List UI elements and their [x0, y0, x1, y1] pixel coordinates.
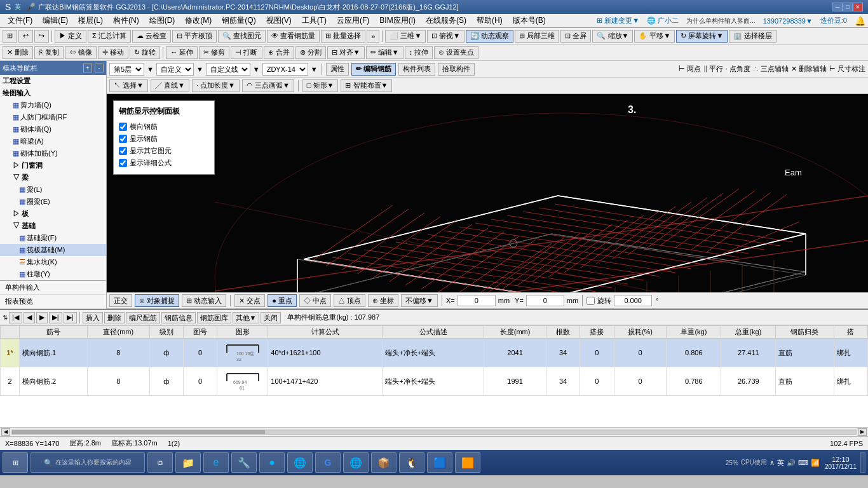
clock-display[interactable]: 12:10 2017/12/11 — [825, 456, 857, 470]
sidebar-item-sump[interactable]: ☰ 集水坑(K) — [0, 256, 106, 268]
batch-select-btn[interactable]: ⊞ 批量选择 — [321, 30, 365, 43]
more-btn[interactable]: » — [367, 30, 379, 43]
property-btn[interactable]: 属性 — [326, 63, 349, 76]
x-input[interactable] — [458, 295, 496, 306]
network-icon[interactable]: 📶 — [811, 459, 820, 467]
sidebar-item-ring-beam[interactable]: ▦ 圈梁(E) — [0, 196, 106, 208]
new-change-btn[interactable]: ⊞ 新建变更▼ — [597, 16, 639, 25]
set-grip-btn[interactable]: ⊙ 设置夹点 — [434, 46, 478, 59]
top-view-btn[interactable]: ⊡ 俯视▼ — [427, 30, 465, 43]
taskbar-box-btn[interactable]: 📦 — [371, 452, 397, 473]
nav-last-btn[interactable]: ▶| — [49, 312, 62, 323]
show-desktop-btn[interactable] — [860, 452, 865, 473]
line-tool-btn[interactable]: ╱ 直线▼ — [151, 79, 189, 92]
menu-modify[interactable]: 修改(M) — [180, 14, 217, 27]
local-3d-btn[interactable]: ⊞ 局部三维 — [515, 30, 559, 43]
copy-btn[interactable]: ⎘ 复制 — [34, 46, 64, 59]
sidebar-item-draw-input[interactable]: 绘图输入 — [0, 87, 106, 99]
start-button[interactable]: ⊞ — [3, 452, 28, 473]
scroll-right-btn[interactable]: ▶ — [858, 428, 867, 436]
pan-btn[interactable]: ✋ 平移▼ — [634, 30, 675, 43]
stretch-btn[interactable]: ↕ 拉伸 — [405, 46, 433, 59]
menu-online[interactable]: 在线服务(S) — [421, 14, 471, 27]
type-select[interactable]: 自定义 — [156, 63, 194, 76]
sidebar-add-btn[interactable]: + — [83, 64, 92, 72]
y-input[interactable] — [526, 295, 564, 306]
orthogonal-btn[interactable]: 正交 — [109, 294, 132, 307]
mirror-btn[interactable]: ⇔ 镜像 — [65, 46, 97, 59]
single-component-btn[interactable]: 单构件输入 — [0, 281, 106, 295]
menu-draw[interactable]: 绘图(D) — [144, 14, 180, 27]
select-floor-btn[interactable]: 🏢 选择楼层 — [729, 30, 776, 43]
floor-select[interactable]: 第5层 第1层 第2层 — [109, 63, 144, 76]
dimension-label-btn[interactable]: ⊢ 尺寸标注 — [829, 64, 865, 74]
intersection-btn[interactable]: ✕ 交点 — [234, 294, 265, 307]
volume-icon[interactable]: 🔊 — [787, 459, 796, 467]
new-btn[interactable]: ⊞ — [3, 30, 17, 43]
parallel-btn[interactable]: ∥ 平行 — [703, 64, 723, 74]
smart-layout-btn[interactable]: ⊞ 智能布置▼ — [341, 79, 392, 92]
menu-edit[interactable]: 编辑(E) — [37, 14, 73, 27]
sidebar-item-masonry-rebar[interactable]: ▦ 砌体加筋(Y) — [0, 147, 106, 159]
rebar-info-btn[interactable]: 钢筋信息 — [161, 312, 196, 323]
three-point-axis-btn[interactable]: ∴ 三点辅轴 — [753, 64, 789, 74]
notification-icon[interactable]: 🔔 — [855, 16, 865, 26]
restore-button[interactable]: □ — [843, 3, 853, 11]
table-scrollbar[interactable]: ◀ ▶ — [0, 427, 868, 436]
taskbar-blue-app-btn[interactable]: 🟦 — [427, 452, 452, 473]
cloud-check-btn[interactable]: ☁ 云检查 — [132, 30, 171, 43]
sidebar-item-civil-defense-wall[interactable]: ▦ 人防门框墙(RF — [0, 111, 106, 123]
align-slab-btn[interactable]: ⊟ 平齐板顶 — [172, 30, 217, 43]
coord-btn[interactable]: ⊕ 坐标 — [368, 294, 398, 307]
resize-handle[interactable]: ⇅ — [3, 314, 8, 321]
line-select[interactable]: 自定义线 — [206, 63, 250, 76]
fullscreen-btn[interactable]: ⊡ 全屏 — [560, 30, 591, 43]
menu-rebar-qty[interactable]: 钢筋量(Q) — [217, 14, 261, 27]
edit-btn[interactable]: ✏ 编辑▼ — [366, 46, 403, 59]
dynamic-observe-btn[interactable]: 🔄 动态观察 — [466, 30, 513, 43]
dynamic-input-btn[interactable]: ⊞ 动态输入 — [182, 294, 226, 307]
menu-version[interactable]: 版本号(B) — [508, 14, 551, 27]
other-btn[interactable]: 其他▼ — [233, 312, 260, 323]
nav-prev-btn[interactable]: ◀ — [24, 312, 35, 323]
taskbar-orange-btn[interactable]: 🟧 — [455, 452, 480, 473]
taskbar-edge-btn[interactable]: e — [203, 452, 229, 473]
sidebar-item-masonry-wall[interactable]: ▦ 砌体墙(Q) — [0, 123, 106, 135]
rect-btn[interactable]: □ 矩形▼ — [302, 79, 339, 92]
sidebar-item-beam[interactable]: ▽ 梁 — [0, 172, 106, 184]
align-btn[interactable]: ⊟ 对齐▼ — [327, 46, 365, 59]
object-snap-btn[interactable]: ⊙ 对象捕捉 — [135, 294, 179, 307]
sidebar-item-raft-foundation[interactable]: ▦ 筏板基础(M) — [0, 244, 106, 256]
taskbar-ie2-btn[interactable]: 🌐 — [343, 452, 369, 473]
taskbar-google-btn[interactable]: G — [315, 452, 341, 473]
extend-btn[interactable]: ↔ 延伸 — [166, 46, 198, 59]
menu-tools[interactable]: 工具(T) — [297, 14, 332, 27]
sidebar-item-door-window[interactable]: ▷ 门窗洞 — [0, 159, 106, 172]
select-tool-btn[interactable]: ↖ 选择▼ — [109, 79, 148, 92]
pick-component-btn[interactable]: 拾取构件 — [438, 63, 475, 76]
minimize-button[interactable]: ─ — [832, 3, 843, 11]
keyboard-icon[interactable]: ⌨ — [798, 459, 808, 467]
3d-btn[interactable]: ⬜ 三维▼ — [385, 30, 426, 43]
show-other-checkbox[interactable] — [119, 147, 127, 155]
guang-xiao-er-btn[interactable]: 🌐 广小二 — [647, 16, 679, 25]
viewport[interactable]: 钢筋显示控制面板 横向钢筋 显示钢筋 显示其它图元 显示详细公式 — [107, 94, 868, 292]
taskview-btn[interactable]: ⧉ — [147, 452, 173, 473]
redo-btn[interactable]: ↪ — [34, 30, 49, 43]
arc-btn[interactable]: ◠ 三点画弧▼ — [242, 79, 294, 92]
menu-cloud[interactable]: 云应用(F) — [332, 14, 374, 27]
nav-next2-btn[interactable]: ▶| — [64, 312, 77, 323]
close-button[interactable]: ✕ — [853, 3, 863, 11]
checkbox-show-rebar[interactable]: 显示钢筋 — [119, 133, 209, 145]
screen-rotate-btn[interactable]: ↻ 屏幕旋转▼ — [676, 30, 728, 43]
rotate-btn[interactable]: ↻ 旋转 — [130, 46, 160, 59]
taskbar-ie-btn[interactable]: 🌐 — [287, 452, 313, 473]
sidebar-item-foundation[interactable]: ▽ 基础 — [0, 220, 106, 232]
checkbox-horizontal-rebar[interactable]: 横向钢筋 — [119, 121, 209, 133]
price-btn[interactable]: 造价豆:0 — [820, 16, 847, 25]
phone-number[interactable]: 13907298339▼ — [763, 17, 813, 25]
adjust-rebar-btn[interactable]: 编尺配筋 — [126, 312, 160, 323]
delete-row-btn[interactable]: 删除 — [104, 312, 125, 323]
point-extend-btn[interactable]: · 点加长度▼ — [192, 79, 240, 92]
taskbar-app2-btn[interactable]: ● — [259, 452, 285, 473]
